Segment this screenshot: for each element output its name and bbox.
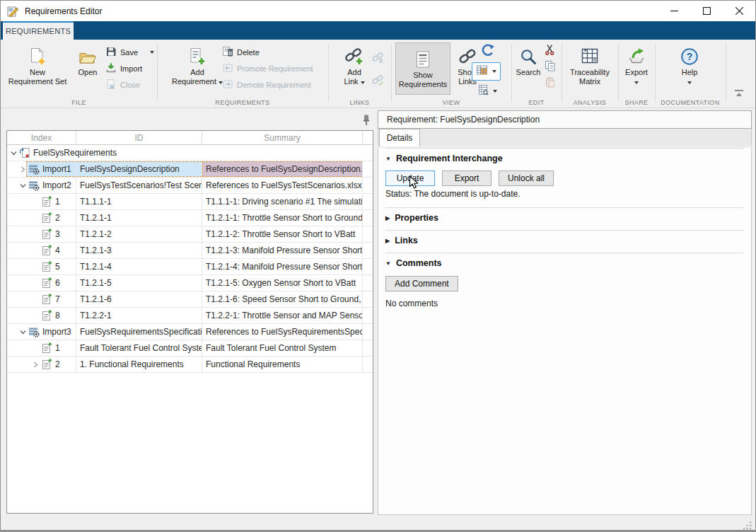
requirement-icon xyxy=(41,277,52,289)
group-edit: Search EDIT xyxy=(511,40,562,108)
row-id: T1.2.1-2 xyxy=(76,226,202,242)
row-summary: References to FuelSysRequirementsSpecifi… xyxy=(202,324,363,340)
no-comments-text: No comments xyxy=(385,299,744,308)
table-row[interactable]: Import2FuelSysTestScenarios!Test Scen...… xyxy=(7,178,373,194)
copy-button[interactable] xyxy=(545,60,556,74)
comments-header[interactable]: ▼ Comments xyxy=(385,256,744,270)
titlebar: Requirements Editor xyxy=(1,1,755,21)
delete-link-icon xyxy=(372,52,384,66)
search-icon xyxy=(520,42,537,66)
collapse-triangle-icon: ▼ xyxy=(385,156,391,162)
requirement-icon xyxy=(41,294,52,305)
requirement-icon xyxy=(41,261,52,272)
new-requirement-set-button[interactable]: New Requirement Set xyxy=(5,42,70,86)
promote-requirement-icon xyxy=(222,62,233,75)
table-row[interactable]: 6T1.2.1-5T1.2.1-5: Oxygen Sensor Short t… xyxy=(7,275,373,291)
row-index: 1 xyxy=(55,343,60,353)
maximize-button[interactable] xyxy=(690,1,723,21)
requirement-icon xyxy=(41,245,52,256)
export-button[interactable]: Export xyxy=(619,42,654,86)
status-bar xyxy=(1,515,755,530)
delete-button[interactable]: Delete xyxy=(222,45,260,59)
open-button[interactable]: Open xyxy=(70,42,105,77)
table-row[interactable]: 4T1.2.1-3T1.2.1-3: Manifold Pressure Sen… xyxy=(7,243,373,259)
column-header-summary[interactable]: Summary xyxy=(202,131,363,144)
column-header-id[interactable]: ID xyxy=(76,131,202,144)
window-title: Requirements Editor xyxy=(25,6,102,16)
tree-chevron[interactable] xyxy=(18,166,28,173)
row-index: 2 xyxy=(55,213,60,223)
row-summary: T1.2.1-2: Throttle Sensor Short to VBatt xyxy=(202,226,363,242)
tab-details[interactable]: Details xyxy=(379,129,420,146)
requirement-icon xyxy=(41,359,52,370)
add-comment-button[interactable]: Add Comment xyxy=(385,276,458,291)
rows-dropdown-caret[interactable] xyxy=(493,90,497,93)
table-row[interactable]: 5T1.2.1-4T1.2.1-4: Manifold Pressure Sen… xyxy=(7,259,373,275)
add-link-button[interactable]: Add Link xyxy=(337,42,372,86)
requirement-icon xyxy=(41,196,52,207)
tree-chevron[interactable] xyxy=(18,183,28,189)
table-row[interactable]: Import3FuelSysRequirementsSpecificationR… xyxy=(7,324,373,340)
table-row[interactable]: 2T1.2.1-1T1.2.1-1: Throttle Sensor Short… xyxy=(7,210,373,226)
table-row[interactable]: 21. Functional RequirementsFunctional Re… xyxy=(7,357,373,373)
row-summary: References to FuelSysDesignDescription.d… xyxy=(202,161,363,177)
pin-icon[interactable] xyxy=(362,114,371,129)
show-requirements-button[interactable]: Show Requirements xyxy=(395,42,450,95)
traceability-matrix-button[interactable]: Traceability Matrix xyxy=(565,42,615,86)
tree-chevron[interactable] xyxy=(18,329,28,335)
rows-view-dropdown[interactable] xyxy=(473,82,501,100)
tab-requirements[interactable]: REQUIREMENTS xyxy=(3,21,74,40)
row-label: FuelSysRequirements xyxy=(33,148,117,158)
links-header[interactable]: ▶ Links xyxy=(385,233,744,248)
minimize-button[interactable] xyxy=(658,1,690,21)
ribbon-tab-band: REQUIREMENTS xyxy=(1,21,755,40)
unlock-all-button[interactable]: Unlock all xyxy=(499,170,554,186)
table-row[interactable]: 1T1.1.1-1T1.1.1-1: Driving scenario #1 T… xyxy=(7,194,373,210)
column-header-index[interactable]: Index xyxy=(7,131,76,144)
copy-icon xyxy=(545,60,556,74)
resize-grip[interactable] xyxy=(743,520,752,532)
expand-triangle-icon: ▶ xyxy=(385,215,390,221)
requirement-interchange-header[interactable]: ▼ Requirement Interchange xyxy=(385,151,744,166)
table-row[interactable]: 3T1.2.1-2T1.2.1-2: Throttle Sensor Short… xyxy=(7,226,373,243)
requirement-icon xyxy=(41,212,52,224)
refresh-button[interactable] xyxy=(480,43,495,60)
export-document-button[interactable]: Export xyxy=(442,170,492,186)
paste-icon xyxy=(545,76,556,91)
details-tab-strip: Details xyxy=(378,129,752,146)
columns-icon xyxy=(476,64,488,79)
table-row[interactable]: FuelSysRequirements xyxy=(7,145,373,161)
row-summary: T1.2.1-4: Manifold Pressure Sensor Short… xyxy=(202,259,363,274)
close-button[interactable] xyxy=(723,1,755,21)
tree-chevron[interactable] xyxy=(8,150,19,156)
save-button[interactable]: Save xyxy=(105,45,154,59)
save-icon xyxy=(105,46,117,59)
section-requirement-interchange: ▼ Requirement Interchange Update Export … xyxy=(385,149,744,208)
table-row[interactable]: 7T1.2.1-6T1.2.1-6: Speed Sensor Short to… xyxy=(7,291,373,308)
tree-chevron[interactable] xyxy=(30,362,41,368)
columns-view-dropdown[interactable] xyxy=(472,62,501,81)
row-id: T1.1.1-1 xyxy=(76,194,202,209)
import-button[interactable]: Import xyxy=(105,62,142,76)
table-row[interactable]: 8T1.2.2-1T1.2.2-1: Throttle Sensor and M… xyxy=(7,308,373,324)
collapse-ribbon-button[interactable] xyxy=(734,88,744,100)
details-content: ▼ Requirement Interchange Update Export … xyxy=(378,148,752,515)
add-requirement-button[interactable]: Add Requirement xyxy=(165,42,229,86)
row-summary: T1.2.1-5: Oxygen Sensor Short to VBatt xyxy=(202,275,363,291)
row-summary: T1.2.1-3: Manifold Pressure Sensor Short… xyxy=(202,243,363,258)
row-summary: T1.2.1-1: Throttle Sensor Short to Groun… xyxy=(202,210,363,226)
table-row[interactable]: 1Fault Tolerant Fuel Control SystemFault… xyxy=(7,340,373,357)
new-requirement-set-icon xyxy=(28,42,47,66)
expand-triangle-icon: ▶ xyxy=(385,238,390,244)
section-comments: ▼ Comments Add Comment No comments xyxy=(385,253,744,313)
cut-button[interactable] xyxy=(545,44,555,58)
row-id: FuelSysDesignDescription xyxy=(76,161,202,177)
save-dropdown-caret[interactable] xyxy=(150,51,154,54)
columns-dropdown-caret[interactable] xyxy=(492,70,496,73)
properties-header[interactable]: ▶ Properties xyxy=(385,211,744,225)
search-button[interactable]: Search xyxy=(513,42,544,77)
help-button[interactable]: ? Help xyxy=(670,42,709,86)
row-index: 1 xyxy=(55,197,60,207)
table-row[interactable]: Import1FuelSysDesignDescriptionReference… xyxy=(7,161,373,178)
requirement-set-icon xyxy=(19,147,30,158)
